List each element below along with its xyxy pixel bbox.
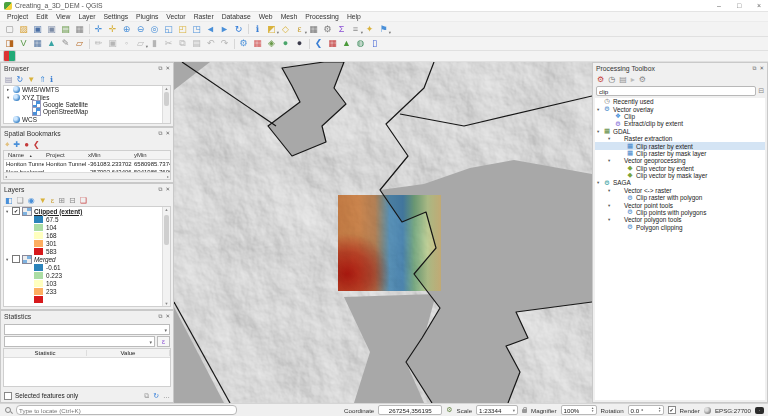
deselect-features-icon[interactable]: ◇ xyxy=(279,23,292,35)
processing-tree-item[interactable]: Extract/clip by extent xyxy=(595,120,765,127)
filter-legend-icon[interactable]: ▼ xyxy=(39,196,47,205)
globe-3d-icon[interactable]: ◍ xyxy=(354,38,367,50)
zoom-next-icon[interactable]: ► xyxy=(218,23,231,35)
float-panel-icon[interactable]: ⧉ xyxy=(158,65,162,72)
new-shapefile-icon[interactable]: ▱ xyxy=(73,38,86,50)
close-panel-icon[interactable]: ✕ xyxy=(165,65,170,72)
menu-item[interactable]: Mesh xyxy=(277,13,302,20)
delete-selected-icon[interactable]: ▮ xyxy=(148,38,161,50)
separator[interactable] xyxy=(87,23,91,35)
float-panel-icon[interactable]: ⧉ xyxy=(752,65,756,72)
delete-bookmark-icon[interactable]: ● xyxy=(24,140,29,149)
processing-tree-item[interactable]: ▾ Vector point tools xyxy=(595,201,765,208)
processing-tree-item[interactable]: ▾ Vector polygon tools xyxy=(595,216,765,223)
layer-tree-item[interactable]: 0.223 xyxy=(4,271,170,279)
cut-features-icon[interactable]: ✂ xyxy=(162,38,175,50)
options-ellipsis-icon[interactable]: … xyxy=(163,392,170,400)
locate-input[interactable] xyxy=(16,405,237,415)
properties-widget-icon[interactable]: ℹ xyxy=(50,75,53,84)
paste-features-icon[interactable]: ▤ xyxy=(190,38,203,50)
layers-scrollbar[interactable]: ▲▼ xyxy=(162,207,170,306)
lock-scale-icon[interactable] xyxy=(522,409,527,413)
layer-visibility-checkbox[interactable]: ✔ xyxy=(12,207,20,215)
statistical-summary-icon[interactable]: Σ xyxy=(335,23,348,35)
browser-page-icon[interactable]: ▤ xyxy=(5,75,13,84)
add-raster-layer-icon[interactable]: ▦ xyxy=(31,38,44,50)
add-delimited-text-icon[interactable]: ✎ xyxy=(59,38,72,50)
browser-tree-item[interactable]: Google Satellite xyxy=(4,101,170,108)
separator[interactable] xyxy=(232,38,236,50)
layer-tree-item[interactable]: 103 xyxy=(4,279,170,287)
layer-tree-item[interactable]: -0.61 xyxy=(4,263,170,271)
float-panel-icon[interactable]: ⧉ xyxy=(158,313,162,320)
layer-tree-item[interactable]: 233 xyxy=(4,287,170,295)
processing-tree-item[interactable]: Recently used xyxy=(595,98,765,105)
data-source-manager-icon[interactable]: ◨ xyxy=(3,38,16,50)
layer-tree-item[interactable] xyxy=(4,295,170,303)
close-panel-icon[interactable]: ✕ xyxy=(759,65,764,72)
save-project-icon[interactable]: ▣ xyxy=(31,23,44,35)
add-vector-layer-icon[interactable]: V xyxy=(17,38,30,50)
menu-item[interactable]: Plugins xyxy=(132,13,162,20)
pan-map-icon[interactable]: ✛ xyxy=(92,23,105,35)
processing-start-icon[interactable]: ⚙ xyxy=(597,75,604,84)
processing-tree-item[interactable]: ▾ GDAL xyxy=(595,128,765,135)
processing-tree-item[interactable]: ▾ Raster extraction xyxy=(595,135,765,142)
menu-item[interactable]: Raster xyxy=(190,13,218,20)
processing-tree-item[interactable]: Clip vector by extent xyxy=(595,165,765,172)
processing-tree-item[interactable]: ▾ SAGA xyxy=(595,179,765,186)
python-console-icon[interactable]: ❮ xyxy=(312,38,325,50)
float-panel-icon[interactable]: ⧉ xyxy=(158,130,162,137)
statistics-layer-select[interactable]: ▾ xyxy=(4,324,170,335)
browser-tree-item[interactable]: ▾ XYZ Tiles xyxy=(4,93,170,100)
identify-features-icon[interactable]: ℹ xyxy=(251,23,264,35)
expression-builder-button[interactable]: ε xyxy=(157,336,170,347)
remove-layer-icon[interactable]: ❏ xyxy=(80,196,87,205)
processing-tree-item[interactable]: Clip raster by extent xyxy=(595,142,765,149)
menu-item[interactable]: Web xyxy=(255,13,277,20)
selected-features-checkbox[interactable] xyxy=(4,392,12,400)
processing-toolbox-icon[interactable]: ⚙ xyxy=(237,38,250,50)
layer-tree-item[interactable]: 104 xyxy=(4,223,170,231)
expression-filter-icon[interactable]: ε xyxy=(51,196,55,205)
processing-tree-item[interactable]: ▾ Vector geoprocessing xyxy=(595,157,765,164)
options-wrench-icon[interactable]: ⚙ xyxy=(639,75,646,84)
new-project-icon[interactable]: ▢ xyxy=(3,23,16,35)
window-control-button[interactable]: – xyxy=(714,2,724,9)
zoom-in-icon[interactable]: ⊕ xyxy=(120,23,133,35)
collapse-all-icon[interactable]: ⇑ xyxy=(39,75,46,84)
layer-tree-item[interactable]: 301 xyxy=(4,239,170,247)
extents-icon[interactable]: ⚙ xyxy=(446,406,452,414)
history-icon[interactable]: ◷ xyxy=(608,75,615,84)
copy-features-icon[interactable]: ⧉ xyxy=(176,38,189,50)
menu-item[interactable]: Layer xyxy=(74,13,99,20)
help-contents-icon[interactable]: ▯ xyxy=(368,38,381,50)
expand-all-icon[interactable]: ⊞ xyxy=(58,196,65,205)
field-calculator-icon[interactable]: ⚙ xyxy=(321,23,334,35)
close-panel-icon[interactable]: ✕ xyxy=(165,313,170,320)
layer-tree-item[interactable]: 67.5 xyxy=(4,215,170,223)
layer-tree-item[interactable]: ▾ ✔ Clipped (extent) xyxy=(4,207,170,215)
metasearch-icon[interactable]: ● xyxy=(279,38,292,50)
vertex-tool-icon[interactable]: ▱ xyxy=(134,38,147,50)
render-checkbox[interactable]: ✔ xyxy=(668,406,676,414)
raster-plugin-icon[interactable] xyxy=(3,50,16,62)
refresh-browser-icon[interactable]: ↻ xyxy=(17,75,24,84)
processing-tree-item[interactable]: Clip raster by mask layer xyxy=(595,150,765,157)
menu-item[interactable]: Vector xyxy=(162,13,189,20)
add-bookmark-icon[interactable]: ✚ xyxy=(14,140,21,149)
zoom-native-icon[interactable]: ◎ xyxy=(148,23,161,35)
select-by-expression-icon[interactable]: ε xyxy=(293,23,306,35)
layer-tree-item[interactable]: 168 xyxy=(4,231,170,239)
close-panel-icon[interactable]: ✕ xyxy=(165,186,170,193)
grass-tools-icon[interactable]: ▦ xyxy=(326,38,339,50)
processing-tree-item[interactable]: ▾ Vector <-> raster xyxy=(595,187,765,194)
osm-download-icon[interactable]: ● xyxy=(293,38,306,50)
zoom-to-selection-icon[interactable]: ◰ xyxy=(176,23,189,35)
measure-icon[interactable]: ≡ xyxy=(349,23,362,35)
window-control-button[interactable]: × xyxy=(754,2,764,9)
add-mesh-layer-icon[interactable]: ▲ xyxy=(45,38,58,50)
processing-tree-item[interactable]: Clip raster with polygon xyxy=(595,194,765,201)
map-canvas[interactable] xyxy=(174,62,592,403)
zoom-to-bookmark-icon[interactable]: ⌖ xyxy=(5,140,10,150)
